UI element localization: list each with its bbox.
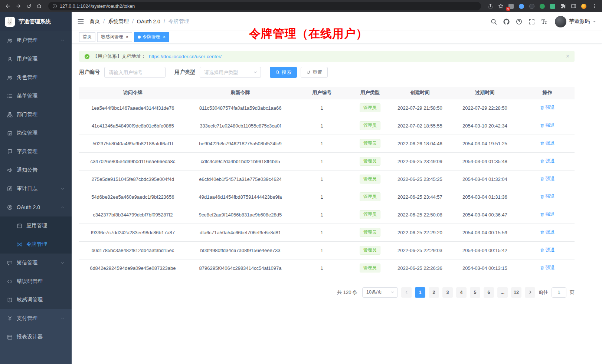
- profile-avatar[interactable]: [580, 2, 588, 10]
- sidebar-item-post[interactable]: 岗位管理: [0, 124, 72, 142]
- force-logout-button[interactable]: 强退: [540, 158, 555, 164]
- info-banner: 【用户体系】文档地址： https://doc.iocoder.cn/user-…: [79, 51, 575, 62]
- sidebar-item-label: 应用管理: [26, 222, 47, 229]
- sidebar-item-dept[interactable]: 部门管理: [0, 105, 72, 124]
- page-button-12[interactable]: 12: [511, 287, 521, 298]
- sidebar-item-menu[interactable]: 菜单管理: [0, 87, 72, 105]
- sidebar-item-tenant[interactable]: 租户管理: [0, 31, 72, 50]
- extension-icon-5[interactable]: [549, 2, 557, 10]
- page-button-1[interactable]: 1: [415, 287, 425, 298]
- close-icon[interactable]: ×: [566, 53, 569, 59]
- page-button-6[interactable]: 6: [484, 287, 494, 298]
- page-button-3[interactable]: 3: [442, 287, 453, 298]
- breadcrumb: 首页/系统管理/OAuth 2.0/令牌管理: [89, 18, 189, 25]
- action-cell: 强退: [520, 259, 575, 277]
- sidebar-toggle-icon[interactable]: [77, 18, 84, 25]
- page-button-5[interactable]: 5: [470, 287, 480, 298]
- force-logout-button[interactable]: 强退: [540, 211, 555, 218]
- sidebar-item-oauth2[interactable]: OAuth 2.0: [0, 198, 72, 216]
- user-icon: [7, 56, 13, 62]
- sidebar-item-audit-log[interactable]: 审计日志: [0, 179, 72, 198]
- sidebar-item-notice[interactable]: 通知公告: [0, 161, 72, 179]
- breadcrumb-item[interactable]: OAuth 2.0: [137, 19, 160, 24]
- site-info-icon[interactable]: [52, 4, 57, 9]
- sidebar-item-dict[interactable]: 字典管理: [0, 142, 72, 161]
- table-row: c342377bf8b344799dcbf7bf095287f29ce8ef2a…: [79, 206, 575, 224]
- page-button-4[interactable]: 4: [456, 287, 467, 298]
- app-logo[interactable]: 芋道管理系统: [0, 12, 72, 31]
- tab-sensitive-word[interactable]: 敏感词管理×: [97, 32, 132, 42]
- close-icon[interactable]: ×: [163, 35, 166, 39]
- home-button[interactable]: [34, 1, 44, 11]
- force-logout-button[interactable]: 强退: [540, 105, 555, 111]
- avatar: [555, 16, 566, 27]
- users-icon: [7, 75, 13, 80]
- user-type-select-input[interactable]: [200, 67, 261, 78]
- tab-home[interactable]: 首页: [79, 32, 95, 42]
- page-ellipsis-button[interactable]: ...: [497, 287, 508, 298]
- reset-button[interactable]: 重置: [301, 67, 328, 78]
- forward-button[interactable]: [13, 1, 23, 11]
- tab-token[interactable]: 令牌管理×: [134, 32, 169, 42]
- sidebar-item-oauth2-token[interactable]: 令牌管理: [0, 235, 72, 254]
- reload-button[interactable]: [24, 1, 33, 11]
- breadcrumb-item[interactable]: 系统管理: [108, 18, 129, 25]
- force-logout-button[interactable]: 强退: [540, 247, 555, 253]
- trash-icon: [540, 141, 544, 146]
- extension-icon-4[interactable]: [538, 2, 546, 10]
- user-id-cell: 1: [294, 259, 350, 277]
- sidebar-item-oauth2-app[interactable]: 应用管理: [0, 216, 72, 235]
- user-type-badge: 管理员: [360, 121, 380, 130]
- column-header-4: 创建时间: [390, 87, 449, 99]
- force-logout-button[interactable]: 强退: [540, 229, 555, 235]
- search-button[interactable]: 搜索: [270, 67, 297, 78]
- back-button[interactable]: [3, 1, 13, 11]
- access-token-cell: c342377bf8b344799dcbf7bf095287f2: [79, 206, 187, 224]
- expires-at-cell: 2054-03-04 00:15:59: [450, 224, 520, 241]
- sidebar-item-pay[interactable]: 支付管理: [0, 309, 72, 328]
- search-icon[interactable]: [491, 19, 497, 25]
- browser-menu-icon[interactable]: [589, 1, 599, 11]
- column-header-3: 用户类型: [350, 87, 390, 99]
- force-logout-button[interactable]: 强退: [540, 176, 555, 182]
- bookmark-star-icon[interactable]: [496, 1, 506, 11]
- user-type-select[interactable]: [200, 67, 261, 78]
- force-logout-button[interactable]: 强退: [540, 265, 555, 271]
- sidebar-item-label: 报表设计器: [17, 334, 43, 340]
- user-id-input[interactable]: [104, 67, 166, 78]
- log-icon: [7, 186, 13, 192]
- share-icon[interactable]: [485, 1, 495, 11]
- font-size-icon[interactable]: [541, 19, 547, 25]
- extension-icon-1[interactable]: 0: [507, 2, 515, 10]
- doc-link[interactable]: https://doc.iocoder.cn/user-center/: [149, 54, 222, 59]
- user-menu[interactable]: 芋道源码: [555, 16, 596, 27]
- browser-chrome: 127.0.0.1:1024/system/oauth2/token 0: [0, 0, 602, 12]
- close-icon[interactable]: ×: [126, 35, 128, 39]
- address-bar[interactable]: 127.0.0.1:1024/system/oauth2/token: [48, 2, 481, 10]
- sidebar-item-sensitive-word[interactable]: 敏感词管理: [0, 291, 72, 309]
- force-logout-button[interactable]: 强退: [540, 122, 555, 129]
- user-type-cell: 管理员: [350, 117, 390, 135]
- extension-icon-2[interactable]: [517, 2, 526, 10]
- sidebar-item-error-code[interactable]: 错误码管理: [0, 272, 72, 291]
- breadcrumb-item[interactable]: 首页: [89, 18, 100, 25]
- puzzle-extension-icon[interactable]: [559, 2, 567, 10]
- page-button-2[interactable]: 2: [429, 287, 439, 298]
- force-logout-button[interactable]: 强退: [540, 140, 555, 146]
- force-logout-button[interactable]: 强退: [540, 193, 555, 200]
- extension-icon-3[interactable]: [528, 2, 536, 10]
- prev-page-button[interactable]: [401, 287, 412, 298]
- side-panel-icon[interactable]: [569, 2, 578, 10]
- fullscreen-icon[interactable]: [529, 19, 535, 25]
- sidebar-item-role[interactable]: 角色管理: [0, 68, 72, 87]
- sidebar-item-user[interactable]: 用户管理: [0, 50, 72, 68]
- goto-page-input[interactable]: [552, 287, 566, 298]
- help-icon[interactable]: [516, 19, 522, 25]
- next-page-button[interactable]: [525, 287, 535, 298]
- github-icon[interactable]: [503, 19, 510, 25]
- topbar-actions: 芋道源码: [491, 16, 596, 27]
- sidebar-item-sms[interactable]: 短信管理: [0, 254, 72, 272]
- table-row: 54d6be82ee5a460a9aedc1f9bf22365649d1aa46…: [79, 188, 575, 206]
- page-size-select[interactable]: 10条/页: [362, 287, 398, 298]
- sidebar-item-report-designer[interactable]: 报表设计器: [0, 328, 72, 346]
